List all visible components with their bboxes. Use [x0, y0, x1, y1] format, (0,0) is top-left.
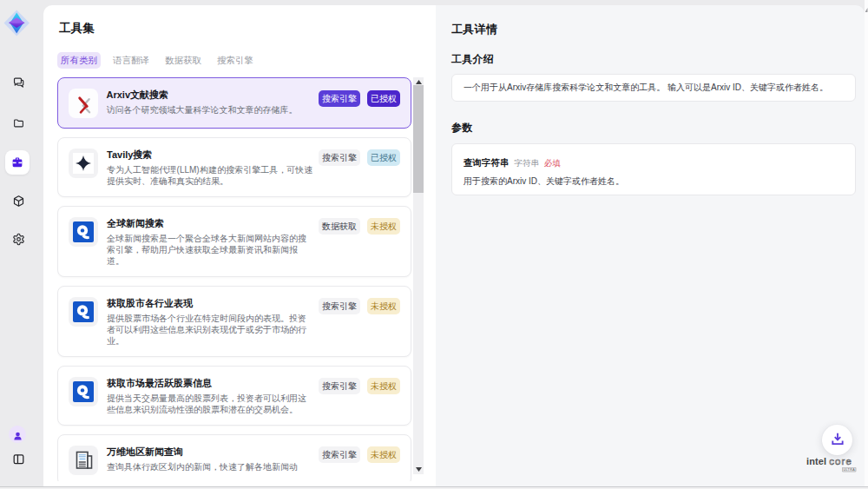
category-tag: 搜索引擎 [319, 378, 360, 394]
tool-description: 访问各个研究领域大量科学论文和文章的存储库。 [107, 104, 313, 116]
sidebar-item-files[interactable] [0, 116, 36, 129]
tab-data-fetch[interactable]: 数据获取 [161, 52, 205, 69]
category-tabs: 所有类别语言翻译数据获取搜索引擎 [57, 52, 266, 69]
page-scrollbar-track [865, 0, 868, 486]
tool-title: 万维地区新闻查询 [107, 446, 313, 459]
sidebar-item-conversations[interactable] [0, 76, 36, 89]
intro-heading: 工具介绍 [451, 52, 865, 67]
qnews-logo-icon [69, 377, 98, 406]
param-description: 用于搜索的Arxiv ID、关键字或作者姓名。 [464, 175, 844, 187]
folder-icon [12, 117, 25, 129]
download-icon [829, 430, 846, 450]
tool-description: 提供当天交易量最高的股票列表，投资者可以利用这些信息来识别流动性强的股票和潜在的… [107, 393, 313, 415]
tool-tags: 搜索引擎 已授权 [312, 90, 400, 107]
sidebar [0, 0, 43, 486]
auth-status-badge: 未授权 [367, 446, 400, 463]
tool-description: 查询具体行政区划内的新闻，快速了解各地新闻动 [107, 461, 313, 472]
tool-card-list: Arxiv文献搜索 访问各个研究领域大量科学论文和文章的存储库。 搜索引擎 已授… [57, 77, 422, 481]
category-tag: 搜索引擎 [319, 149, 360, 166]
scroll-down-arrow-icon[interactable] [413, 465, 424, 473]
param-name: 查询字符串 [464, 157, 510, 169]
qnews-logo-icon [69, 217, 98, 247]
tool-card[interactable]: 万维地区新闻查询 查询具体行政区划内的新闻，快速了解各地新闻动 搜索引擎 未授权 [57, 434, 411, 482]
page-title: 工具集 [59, 21, 436, 36]
tool-card[interactable]: 获取市场最活跃股票信息 提供当天交易量最高的股票列表，投资者可以利用这些信息来识… [57, 366, 411, 426]
param-type: 字符串 [515, 157, 540, 169]
tool-title: 获取股市各行业表现 [107, 297, 313, 310]
sidebar-item-toolbox[interactable] [5, 150, 30, 175]
sidebar-item-settings[interactable] [0, 233, 36, 245]
param-required-badge: 必填 [544, 157, 561, 169]
scrollbar-thumb[interactable] [413, 85, 424, 193]
auth-status-badge: 未授权 [367, 218, 400, 235]
category-tag: 搜索引擎 [319, 90, 360, 107]
news-logo-icon [69, 446, 98, 475]
panel-icon [12, 453, 25, 466]
tool-title: 获取市场最活跃股票信息 [107, 377, 313, 390]
cube-icon [12, 195, 25, 208]
sidebar-item-collapse-panel[interactable] [0, 453, 36, 466]
tool-description: 提供股票市场各个行业在特定时间段内的表现。投资者可以利用这些信息来识别表现优于或… [107, 313, 313, 347]
gear-icon [12, 233, 25, 246]
intel-core-logo: intel core ULTRA [806, 456, 855, 466]
detail-title: 工具详情 [451, 22, 865, 37]
sidebar-item-account[interactable] [9, 426, 26, 443]
auth-status-badge: 未授权 [367, 298, 400, 314]
tool-tags: 搜索引擎 已授权 [312, 149, 400, 166]
category-tag: 搜索引擎 [319, 298, 360, 314]
tool-tags: 搜索引擎 未授权 [312, 378, 400, 394]
core-wordmark: core [829, 456, 852, 466]
list-scrollbar[interactable] [413, 77, 424, 474]
intro-text: 一个用于从Arxiv存储库搜索科学论文和文章的工具。 输入可以是Arxiv ID… [464, 83, 844, 93]
tool-description: 专为人工智能代理 (LLM) 构建的搜索引擎工具，可快速提供实时、准确和真实的结… [107, 164, 313, 187]
qnews-logo-icon [69, 297, 98, 327]
tavily-logo-icon [69, 149, 98, 178]
auth-status-badge: 未授权 [367, 378, 400, 394]
sidebar-item-models[interactable] [0, 195, 36, 207]
tool-tags: 数据获取 未授权 [312, 218, 400, 235]
tool-title: Arxiv文献搜索 [107, 89, 313, 102]
intel-wordmark: intel [806, 456, 826, 466]
tool-card[interactable]: Tavily搜索 专为人工智能代理 (LLM) 构建的搜索引擎工具，可快速提供实… [57, 137, 411, 197]
tool-card[interactable]: 获取股市各行业表现 提供股票市场各个行业在特定时间段内的表现。投资者可以利用这些… [57, 286, 411, 357]
ultra-badge: ULTRA [842, 467, 856, 472]
app-logo[interactable] [3, 10, 30, 36]
tool-card[interactable]: Arxiv文献搜索 访问各个研究领域大量科学论文和文章的存储库。 搜索引擎 已授… [57, 77, 411, 129]
tool-description: 全球新闻搜索是一个聚合全球各大新闻网站内容的搜索引擎，帮助用户快速获取全球最新资… [107, 233, 313, 267]
params-heading: 参数 [451, 121, 865, 135]
toolset-panel: 工具集 所有类别语言翻译数据获取搜索引擎 Arxiv文献搜索 访问各个研究领域大… [43, 5, 436, 486]
tool-title: 全球新闻搜索 [107, 217, 313, 230]
download-button[interactable] [822, 425, 852, 455]
auth-status-badge: 已授权 [367, 149, 400, 166]
category-tag: 搜索引擎 [319, 446, 360, 463]
tool-tags: 搜索引擎 未授权 [312, 446, 400, 463]
tab-translation[interactable]: 语言翻译 [109, 52, 153, 69]
intro-box: 一个用于从Arxiv存储库搜索科学论文和文章的工具。 输入可以是Arxiv ID… [451, 74, 856, 102]
tab-search-engine[interactable]: 搜索引擎 [214, 52, 257, 69]
tool-title: Tavily搜索 [107, 149, 313, 162]
arxiv-logo-icon [69, 89, 98, 118]
tool-card[interactable]: 全球新闻搜索 全球新闻搜索是一个聚合全球各大新闻网站内容的搜索引擎，帮助用户快速… [57, 206, 411, 277]
app-window: 工具集 所有类别语言翻译数据获取搜索引擎 Arxiv文献搜索 访问各个研究领域大… [0, 0, 868, 489]
tool-detail-panel: 工具详情 工具介绍 一个用于从Arxiv存储库搜索科学论文和文章的工具。 输入可… [436, 5, 865, 486]
tab-all-categories[interactable]: 所有类别 [57, 52, 101, 69]
auth-status-badge: 已授权 [367, 90, 400, 107]
chat-icon [12, 76, 25, 89]
param-box: 查询字符串 字符串 必填 用于搜索的Arxiv ID、关键字或作者姓名。 [451, 143, 856, 195]
briefcase-icon [10, 156, 24, 169]
tool-tags: 搜索引擎 未授权 [312, 298, 400, 314]
category-tag: 数据获取 [319, 218, 360, 235]
user-avatar-icon [12, 431, 23, 441]
